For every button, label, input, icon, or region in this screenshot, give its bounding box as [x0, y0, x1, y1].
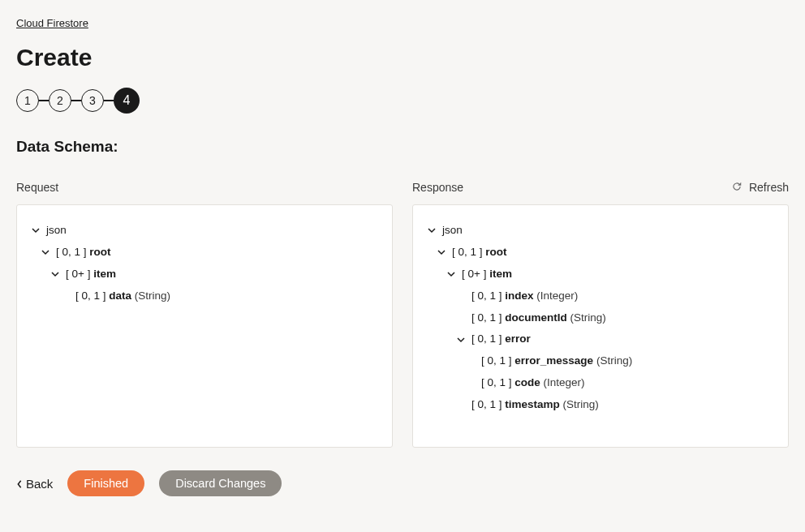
schema-leaf: [ 0, 1 ] documentId (String): [471, 311, 606, 326]
request-panel: json [ 0, 1 ] root: [16, 204, 393, 448]
chevron-down-icon[interactable]: [50, 268, 61, 280]
schema-leaf: [ 0, 1 ] error_message (String): [481, 354, 632, 369]
schema-node: [ 0, 1 ] error: [471, 332, 531, 347]
step-connector: [39, 100, 49, 101]
step-connector: [104, 100, 114, 101]
response-label: Response: [412, 181, 463, 194]
stepper: 1 2 3 4: [16, 88, 789, 114]
section-title: Data Schema:: [16, 138, 789, 156]
request-label: Request: [16, 181, 58, 194]
schema-leaf: [ 0, 1 ] code (Integer): [481, 375, 585, 391]
step-3[interactable]: 3: [81, 89, 104, 112]
step-4[interactable]: 4: [114, 88, 140, 114]
refresh-label: Refresh: [749, 181, 789, 194]
schema-node: [ 0+ ] item: [66, 267, 116, 282]
chevron-down-icon[interactable]: [40, 247, 51, 258]
breadcrumb[interactable]: Cloud Firestore: [16, 17, 88, 29]
response-panel: json [ 0, 1 ] root: [412, 204, 789, 448]
back-button[interactable]: Back: [16, 477, 53, 491]
schema-root-label: json: [442, 223, 463, 238]
schema-node: [ 0, 1 ] root: [56, 245, 111, 260]
chevron-down-icon[interactable]: [436, 247, 447, 258]
footer: Back Finished Discard Changes: [16, 470, 789, 496]
chevron-down-icon[interactable]: [30, 225, 41, 236]
schema-leaf: [ 0, 1 ] data (String): [75, 289, 170, 304]
schema-root-label: json: [46, 223, 67, 238]
chevron-left-icon: [16, 477, 23, 491]
chevron-down-icon[interactable]: [446, 268, 457, 280]
page-title: Create: [16, 44, 789, 71]
back-label: Back: [26, 477, 53, 491]
request-column: Request json [ 0, 1 ] root: [16, 178, 393, 448]
chevron-down-icon[interactable]: [455, 334, 467, 345]
schema-node: [ 0, 1 ] root: [452, 245, 507, 260]
schema-leaf: [ 0, 1 ] index (Integer): [471, 289, 578, 304]
refresh-icon: [731, 181, 743, 195]
chevron-down-icon[interactable]: [426, 225, 437, 236]
schema-node: [ 0+ ] item: [462, 267, 512, 282]
response-column: Response Refresh json: [412, 178, 789, 448]
step-connector: [71, 100, 81, 101]
finished-button[interactable]: Finished: [67, 470, 144, 496]
step-2[interactable]: 2: [49, 89, 71, 112]
refresh-button[interactable]: Refresh: [731, 181, 789, 195]
step-1[interactable]: 1: [16, 89, 39, 112]
discard-changes-button[interactable]: Discard Changes: [159, 470, 282, 496]
schema-leaf: [ 0, 1 ] timestamp (String): [471, 397, 599, 413]
schema-row: Request json [ 0, 1 ] root: [16, 178, 789, 448]
